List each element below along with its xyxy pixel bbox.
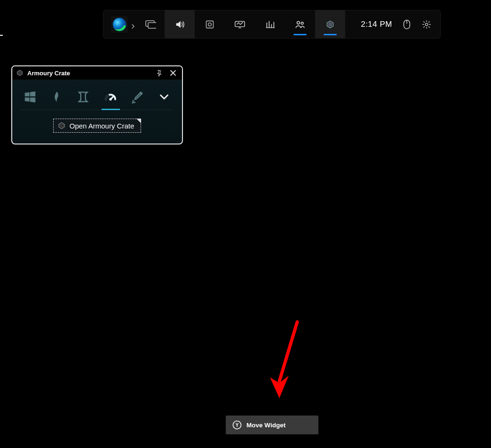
- clock-text: 2:14 PM: [356, 20, 397, 29]
- open-armoury-crate-label: Open Armoury Crate: [70, 122, 135, 130]
- mode-manual[interactable]: [128, 88, 147, 106]
- mode-windows[interactable]: [21, 88, 39, 106]
- y-button-icon: Y: [232, 420, 242, 430]
- active-app-edge[interactable]: [107, 16, 139, 33]
- widget-titlebar[interactable]: Armoury Crate: [12, 66, 182, 80]
- armoury-crate-title-icon: [16, 69, 24, 77]
- decoration-tick: [0, 35, 3, 36]
- svg-point-6: [297, 21, 300, 24]
- armoury-crate-small-icon: [57, 121, 66, 130]
- performance-widget-button[interactable]: [255, 10, 285, 38]
- svg-marker-13: [17, 70, 23, 76]
- widget-title-text: Armoury Crate: [27, 70, 150, 77]
- pin-icon[interactable]: [154, 68, 164, 78]
- mode-performance[interactable]: [74, 88, 93, 106]
- svg-rect-5: [238, 27, 241, 28]
- mode-expand-chevron[interactable]: [155, 88, 174, 106]
- mouse-icon[interactable]: [397, 10, 417, 38]
- game-bar-widgets: [165, 10, 345, 38]
- armoury-crate-icon: [325, 20, 335, 29]
- svg-marker-15: [59, 122, 64, 129]
- armoury-crate-widget[interactable]: Armoury Crate: [11, 65, 183, 144]
- game-bar-left: [103, 10, 162, 38]
- game-bar-right: 2:14 PM: [356, 10, 440, 38]
- widget-body: Open Armoury Crate: [12, 80, 182, 137]
- svg-rect-1: [148, 23, 156, 28]
- controller-hint: Y Move Widget: [226, 416, 318, 434]
- game-bar: 2:14 PM: [103, 10, 441, 39]
- settings-icon[interactable]: [417, 10, 436, 38]
- chevron-right-icon[interactable]: [131, 22, 135, 27]
- edge-icon-wrap: [111, 16, 128, 33]
- display-widget-button[interactable]: [225, 10, 255, 38]
- svg-rect-2: [206, 21, 214, 28]
- button-corner-decor: [136, 119, 141, 123]
- audio-widget-button[interactable]: [165, 10, 195, 38]
- armoury-crate-widget-button[interactable]: [315, 10, 345, 38]
- mode-turbo[interactable]: [102, 88, 120, 106]
- mode-row: [21, 85, 174, 110]
- svg-point-3: [208, 23, 212, 26]
- broadcast-icon[interactable]: [139, 10, 162, 38]
- svg-point-7: [301, 22, 303, 24]
- edge-icon: [112, 17, 127, 32]
- mode-silent[interactable]: [48, 88, 66, 106]
- close-icon[interactable]: [168, 68, 178, 78]
- controller-hint-label: Move Widget: [246, 422, 285, 429]
- xbox-social-widget-button[interactable]: [285, 10, 315, 38]
- svg-line-16: [279, 322, 297, 381]
- svg-marker-17: [270, 376, 289, 398]
- open-armoury-crate-button[interactable]: Open Armoury Crate: [53, 119, 142, 133]
- annotation-arrow: [268, 320, 301, 400]
- svg-point-12: [425, 23, 428, 25]
- capture-widget-button[interactable]: [195, 10, 225, 38]
- svg-text:Y: Y: [236, 423, 239, 428]
